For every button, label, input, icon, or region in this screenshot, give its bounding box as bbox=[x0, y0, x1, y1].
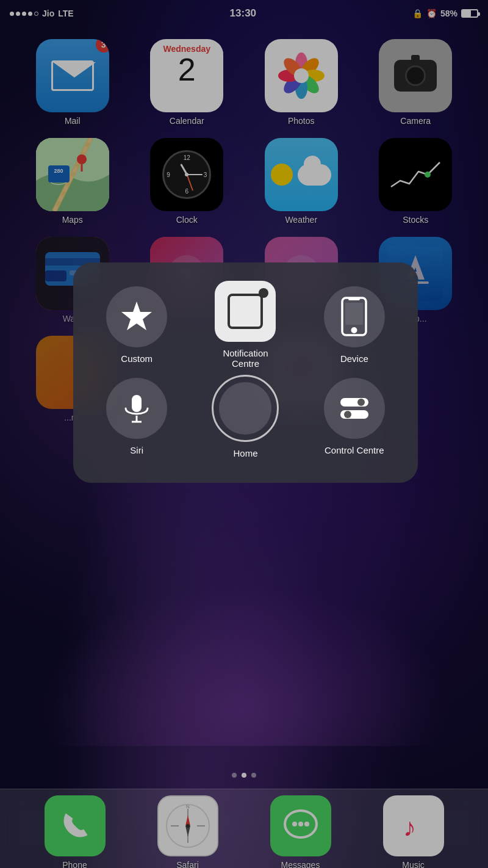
assist-home-label: Home bbox=[233, 448, 257, 458]
svg-point-31 bbox=[351, 327, 357, 333]
microphone-icon bbox=[118, 390, 155, 427]
assist-siri-label: Siri bbox=[130, 445, 143, 455]
star-icon bbox=[118, 298, 155, 335]
assist-custom-label: Custom bbox=[121, 353, 152, 364]
assist-control-label: Control Centre bbox=[325, 445, 384, 455]
assist-device-label: Device bbox=[340, 353, 368, 364]
toggles-icon bbox=[336, 389, 373, 427]
assist-control-centre[interactable]: Control Centre bbox=[324, 378, 385, 455]
svg-rect-30 bbox=[348, 298, 360, 300]
home-button-icon[interactable] bbox=[212, 375, 279, 442]
assist-notification-centre[interactable]: Notification Centre bbox=[212, 281, 279, 369]
home-inner-circle bbox=[219, 382, 271, 435]
notif-dot-shape bbox=[259, 288, 268, 298]
assist-notif-label: Notification Centre bbox=[212, 348, 279, 369]
assistive-grid: Custom Notification Centre Device bbox=[85, 281, 406, 465]
svg-point-39 bbox=[344, 411, 351, 418]
assist-custom[interactable]: Custom bbox=[106, 286, 167, 364]
assistive-touch-menu: Custom Notification Centre Device bbox=[73, 262, 418, 483]
svg-rect-32 bbox=[345, 303, 363, 325]
notification-centre-icon bbox=[215, 281, 276, 342]
notif-screen-shape bbox=[228, 294, 263, 329]
device-icon bbox=[324, 286, 385, 347]
svg-rect-33 bbox=[132, 395, 142, 412]
control-centre-icon bbox=[324, 378, 385, 439]
assist-home[interactable]: Home bbox=[212, 375, 279, 458]
assist-custom-icon bbox=[106, 286, 167, 347]
svg-marker-28 bbox=[121, 302, 152, 330]
assist-siri[interactable]: Siri bbox=[106, 378, 167, 455]
siri-icon bbox=[106, 378, 167, 439]
svg-point-37 bbox=[357, 399, 365, 406]
phone-device-icon bbox=[337, 297, 371, 336]
assist-device[interactable]: Device bbox=[324, 286, 385, 364]
